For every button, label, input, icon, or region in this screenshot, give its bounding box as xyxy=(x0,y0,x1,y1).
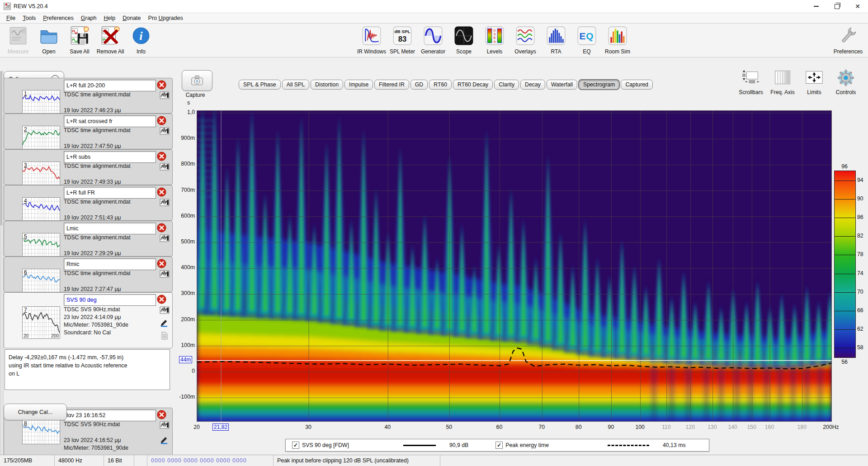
spl-meter-button[interactable]: dB SPL83SPL Meter xyxy=(387,24,418,55)
scope-button[interactable]: Scope xyxy=(448,24,479,55)
measurement-mic: Mic/Meter: 7053981_90de xyxy=(64,445,128,451)
room-sim-button[interactable]: Room Sim xyxy=(602,24,633,55)
delete-measurement-button[interactable] xyxy=(157,152,166,161)
open-button[interactable]: Open xyxy=(33,24,64,55)
tab-clarity[interactable]: Clarity xyxy=(494,80,519,90)
legend-checkbox-peak[interactable]: ✓ xyxy=(495,442,503,449)
menu-help[interactable]: Help xyxy=(100,14,119,22)
measurement-name-field[interactable]: L+R subs xyxy=(64,151,156,163)
mdat-icon[interactable] xyxy=(160,91,170,100)
tab-decay[interactable]: Decay xyxy=(520,80,545,90)
measurement-name-field[interactable]: Ιαν 23 16:16:52 xyxy=(64,409,156,421)
delete-measurement-button[interactable] xyxy=(157,187,166,197)
ir-windows-button[interactable]: IR Windows xyxy=(356,24,387,55)
tab-all-spl[interactable]: All SPL xyxy=(282,80,309,90)
tab-distortion[interactable]: Distortion xyxy=(311,80,343,90)
delete-measurement-button[interactable] xyxy=(157,223,166,233)
y-axis-tick: 200m xyxy=(175,316,195,323)
measurement-entry-7[interactable]: SVS 90 deg202007TDSC SVS 90Hz.mdat23 Ιαν… xyxy=(4,292,173,348)
mdat-icon[interactable] xyxy=(160,234,170,243)
capture-button[interactable] xyxy=(182,70,212,91)
measurement-thumbnail[interactable]: 3 xyxy=(22,162,60,185)
measurement-entry-4[interactable]: L+R full FR4TDSC time alignment.mdat19 Ι… xyxy=(4,185,173,221)
tab-rt60-decay[interactable]: RT60 Decay xyxy=(453,80,493,90)
measurement-name-field[interactable]: L+R full 20-200 xyxy=(64,80,156,91)
restore-button[interactable] xyxy=(826,0,847,13)
measurement-thumbnail[interactable]: 2 xyxy=(22,126,60,149)
close-button[interactable]: ✕ xyxy=(847,0,868,13)
delete-measurement-button[interactable] xyxy=(157,80,166,90)
measurement-name-field[interactable]: L+R sat crossed fr xyxy=(64,115,156,127)
freq-axis-button[interactable]: Freq. Axis xyxy=(767,68,798,95)
delete-measurement-button[interactable] xyxy=(157,410,166,419)
mdat-icon[interactable] xyxy=(160,127,170,136)
measurement-name-field[interactable]: Lmic xyxy=(64,223,156,234)
spectrogram-plot[interactable] xyxy=(197,110,832,422)
graph-tools: ScrollbarsFreq. AxisLimitsControls xyxy=(735,68,862,95)
delete-measurement-button[interactable] xyxy=(157,116,166,125)
legend-checkbox-trace[interactable]: ✓ xyxy=(292,442,299,449)
mdat-icon[interactable] xyxy=(160,306,170,315)
eq-button[interactable]: EQEQ xyxy=(571,24,602,55)
menu-tools[interactable]: Tools xyxy=(19,14,39,22)
tab-impulse[interactable]: Impulse xyxy=(344,80,373,90)
tab-waterfall[interactable]: Waterfall xyxy=(547,80,577,90)
controls-button[interactable]: Controls xyxy=(830,68,862,95)
notes-icon[interactable] xyxy=(161,332,168,341)
measurement-name-field[interactable]: SVS 90 deg xyxy=(64,294,156,306)
tab-gd[interactable]: GD xyxy=(410,80,428,90)
mdat-icon[interactable] xyxy=(160,163,170,172)
measurement-entry-1[interactable]: L+R full 20-2001TDSC time alignment.mdat… xyxy=(4,78,173,114)
tab-filtered-ir[interactable]: Filtered IR xyxy=(374,80,409,90)
menu-preferences[interactable]: Preferences xyxy=(39,14,77,22)
x-axis-tick: 160 xyxy=(760,424,779,430)
pencil-icon[interactable] xyxy=(160,319,169,328)
measurement-thumbnail[interactable]: 6 xyxy=(22,269,60,292)
change-cal-button[interactable]: Change Cal... xyxy=(4,404,67,420)
colorbar-tick-label: 58 xyxy=(857,344,863,351)
levels-button[interactable]: 0369Levels xyxy=(479,24,510,55)
minimize-button[interactable] xyxy=(806,0,826,13)
limits-button[interactable]: Limits xyxy=(798,68,830,95)
svg-text:83: 83 xyxy=(398,35,407,43)
tab-rt60[interactable]: RT60 xyxy=(429,80,452,90)
menu-file[interactable]: File xyxy=(3,14,19,22)
delete-measurement-button[interactable] xyxy=(157,259,166,268)
mdat-icon[interactable] xyxy=(160,270,170,279)
measurement-name-field[interactable]: L+R full FR xyxy=(64,187,156,199)
measurement-entry-3[interactable]: L+R subs3TDSC time alignment.mdat19 Ιαν … xyxy=(4,149,173,185)
remove-all-button[interactable]: Remove All xyxy=(95,24,126,55)
mdat-icon[interactable] xyxy=(160,199,170,208)
measurement-entry-6[interactable]: Rmic6TDSC time alignment.mdat19 Ιαν 2022… xyxy=(4,257,173,292)
measurement-name-field[interactable]: Rmic xyxy=(64,258,156,270)
save-all-button[interactable]: Save All xyxy=(64,24,95,55)
measurement-thumbnail[interactable]: 8 xyxy=(22,420,60,444)
overlays-button[interactable]: Overlays xyxy=(510,24,541,55)
measurement-entry-2[interactable]: L+R sat crossed fr2TDSC time alignment.m… xyxy=(4,114,173,149)
rta-button[interactable]: RTA xyxy=(541,24,571,55)
tab-captured[interactable]: Captured xyxy=(621,80,653,90)
measurement-number: 8 xyxy=(23,420,28,427)
tab-spectrogram[interactable]: Spectrogram xyxy=(579,80,619,90)
pencil-icon[interactable] xyxy=(160,436,169,446)
measurement-thumbnail[interactable]: 4 xyxy=(22,197,60,221)
scrollbars-button[interactable]: Scrollbars xyxy=(735,68,767,95)
measurement-entry-5[interactable]: Lmic5TDSC time alignment.mdat19 Ιαν 2022… xyxy=(4,221,173,257)
info-button[interactable]: iInfo xyxy=(126,24,156,55)
measurement-thumbnail[interactable]: 5 xyxy=(22,233,60,257)
measurement-file: TDSC time alignment.mdat xyxy=(64,234,131,241)
tab-spl-phase[interactable]: SPL & Phase xyxy=(239,80,281,90)
generator-button[interactable]: Generator xyxy=(418,24,448,55)
y-axis-tick: 300m xyxy=(175,290,195,296)
measurement-thumbnail[interactable]: 202007 xyxy=(22,306,60,339)
menu-donate[interactable]: Donate xyxy=(119,14,144,22)
delete-measurement-button[interactable] xyxy=(157,295,166,304)
preferences-button[interactable]: Preferences xyxy=(833,24,863,55)
mdat-icon[interactable] xyxy=(160,421,170,430)
svg-text:i: i xyxy=(139,29,143,43)
measurement-thumbnail[interactable]: 1 xyxy=(22,90,60,114)
menu-pro-upgrades[interactable]: Pro Upgrades xyxy=(145,14,187,22)
sidebar-scrollbar[interactable] xyxy=(0,71,4,455)
colorbar-max-label: 96 xyxy=(834,163,855,170)
menu-graph[interactable]: Graph xyxy=(77,14,100,22)
